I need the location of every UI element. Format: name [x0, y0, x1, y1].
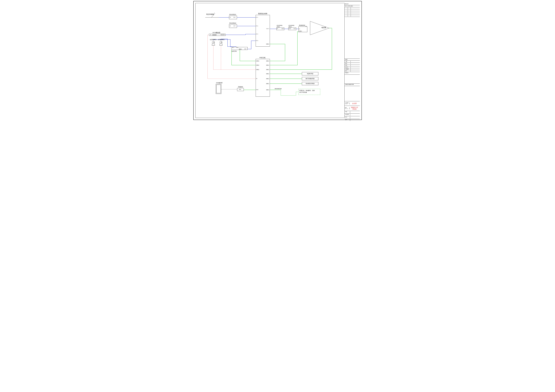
projector-title: 高清投影机	[299, 25, 305, 26]
tb-sign-0: 工 图	[345, 61, 351, 62]
conf-host-ctrl: 控制口	[239, 49, 242, 50]
infobox1-in: IN	[230, 17, 231, 18]
router-rj45: RJ45	[239, 89, 241, 90]
tb-rev-title: 修改记录	[344, 3, 360, 5]
svg-point-7	[211, 35, 211, 35]
central-l1: 控制口	[256, 60, 259, 62]
tb-sign-r0: 工 图	[344, 61, 360, 63]
wifi-panel-label: WiFi触控屏	[216, 82, 222, 84]
matrix-out1: OUT 1	[266, 28, 269, 29]
infobox2-title: 综合信息盒2	[229, 22, 236, 24]
matrix-in2: IN 2	[256, 25, 258, 27]
tb-sign-4: 空调通风	[345, 68, 351, 70]
tb-sign-r3: 给 排 水	[344, 66, 360, 68]
tb-sign-r1: 建 筑	[344, 63, 360, 64]
matrix-title: 高清混合矩阵	[258, 13, 267, 15]
tb-dwg-lbl2: DWG.TITLE	[345, 108, 350, 109]
tb-appr-0: 审 核	[344, 111, 360, 114]
wiring-layer: ○○○○○○○○○	[194, 1, 362, 120]
tb-sign-title-text: 会签栏	[345, 59, 348, 60]
infobox2-out: OUT	[234, 25, 235, 27]
audio-proc: 数字音频处理器	[302, 77, 318, 80]
central-l2: 控制口	[256, 64, 259, 66]
tb-rev-c0: 版次	[345, 6, 348, 7]
tb-sign-r4: 空调通风	[344, 68, 360, 70]
tb-rev-r3	[344, 11, 360, 13]
power-seq-label: 电源时序器	[302, 73, 318, 75]
infobox2-in: IN	[230, 25, 231, 27]
tb-rev-cols: 版次 日期 修 改	[344, 5, 360, 7]
tb-project-lbl2: PROJECT	[345, 104, 350, 104]
svg-rect-6	[209, 34, 226, 36]
tb-spacer1	[344, 17, 360, 59]
hdmi-tx-rj45: RJ45	[282, 28, 284, 29]
title-block: 修改记录 版次 日期 修 改 会签栏 工 图 建 筑 结 构 给 排 水 空调通…	[344, 3, 360, 118]
tb-rev-r1	[344, 7, 360, 9]
tb-rev-r5	[344, 15, 360, 17]
conf-host: IN 1 IN 2 控制口 OUT	[232, 47, 248, 50]
tb-sign-3: 给 排 水	[345, 66, 351, 68]
central-rj45: RJ45	[256, 89, 258, 90]
svg-rect-9	[221, 34, 224, 35]
tb-appr-2-l: 校 对	[345, 116, 350, 119]
tb-appr-0-l: 审 核	[345, 111, 350, 113]
central-ir: IR	[256, 78, 257, 79]
tb-rev-c1: 日期	[348, 6, 351, 7]
conf-host-out: OUT	[244, 49, 246, 50]
tb-stamp-box	[344, 86, 360, 101]
lift: 电动投影升降器	[302, 82, 318, 85]
projector: IN 控制口	[299, 27, 307, 32]
tb-stamp-text: 注册建筑师盖章专用章	[345, 84, 354, 86]
tb-sign-r5: 电 气	[344, 70, 360, 72]
central-r2: 控制口	[266, 64, 269, 66]
audio-proc-label: 数字音频处理器	[302, 78, 318, 79]
tb-dwg-lbl: 图 名	[345, 107, 350, 108]
matrix-ctrl: 控制口	[266, 43, 269, 45]
screen-label: 电动幕	[321, 27, 326, 29]
tb-spacer2	[344, 75, 360, 84]
hdmi-rx-title: HDMI双绞线 接收器	[289, 25, 294, 28]
hdmi-rx: RJ45 OUT	[288, 28, 296, 30]
tb-appr-1-l: 专业负责	[345, 114, 350, 116]
power-seq: 电源时序器	[302, 72, 318, 75]
cam1-label: 会议摄像机1	[210, 39, 217, 41]
central-r5: 控制口	[266, 78, 269, 79]
tb-rev-title-text: 修改记录	[345, 3, 349, 5]
tb-rev-r2	[344, 9, 360, 11]
projector-ctrl: 控制口	[299, 30, 302, 32]
infobox1-out: OUT	[234, 17, 235, 18]
central-title: 中控主机	[259, 57, 265, 59]
ext-note: 环境灯光、电动窗帘、空调 其它可控设备	[299, 90, 314, 93]
conf-host-in1: IN 1	[232, 47, 234, 48]
tb-project-lbl: 厅室类型	[345, 103, 350, 104]
projector-in: IN	[299, 29, 300, 30]
tb-project-val: 会议室	[350, 102, 359, 105]
ext-label: 控制功能延展至	[275, 88, 282, 89]
central-l3: 控制口	[256, 69, 259, 70]
router: RJ45	[237, 88, 244, 91]
wifi-panel	[216, 84, 221, 94]
cam2-label: 会议摄像机2	[218, 39, 225, 41]
ext-box: 环境灯光、电动窗帘、空调 其它可控设备	[299, 89, 320, 95]
hdmi-tx-in: IN	[277, 28, 278, 29]
router-title: 无线路由	[238, 86, 243, 88]
tb-sign-title: 会签栏	[344, 59, 360, 61]
tb-sign-5: 电 气	[345, 70, 351, 71]
matrix-in4: IN 4	[256, 40, 258, 41]
central-r6: 控制口	[266, 83, 269, 84]
infobox1-title: 综合信息盒1	[229, 14, 236, 15]
tb-sign-1: 建 筑	[345, 63, 351, 64]
tb-sign-2: 结 构	[345, 65, 351, 66]
infobox1: IN OUT	[229, 16, 237, 19]
hdmi-tx: IN RJ45	[277, 28, 284, 30]
matrix: IN 1 IN 2 IN 3 IN 4 OUT 1 控制口	[256, 15, 270, 47]
laptop-label: 笔记本电脑	[206, 13, 214, 15]
tb-stamp: 注册建筑师盖章专用章	[344, 84, 360, 86]
lift-label: 电动投影升降器	[302, 83, 318, 85]
central-r7: 控制口	[266, 89, 269, 91]
drawing-sheet: ○○○○○○○○○	[193, 1, 362, 120]
tb-appr-3: 设 计	[344, 119, 360, 121]
tb-ref: 字菜条件	[344, 72, 360, 75]
hdmi-rx-out: OUT	[293, 28, 296, 29]
wifi-panel-screen	[216, 85, 221, 93]
